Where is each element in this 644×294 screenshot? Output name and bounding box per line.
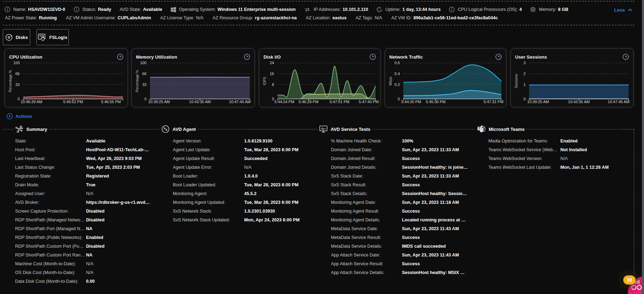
- svg-text:10:47:45 AM: 10:47:45 AM: [229, 100, 251, 104]
- svg-text:0.6: 0.6: [395, 61, 400, 65]
- svg-text:5:46:28 PM: 5:46:28 PM: [299, 100, 318, 104]
- svg-text:8: 8: [272, 82, 274, 87]
- svg-text:10:46:39 AM: 10:46:39 AM: [21, 100, 43, 104]
- svg-text:Percentage %: Percentage %: [8, 70, 12, 92]
- svg-text:0: 0: [18, 97, 20, 101]
- svg-text:Disk I/O: Disk I/O: [264, 54, 281, 60]
- svg-text:0: 0: [523, 97, 526, 101]
- svg-text:0: 0: [272, 97, 274, 101]
- svg-text:10:47:45 AM: 10:47:45 AM: [608, 100, 630, 104]
- svg-text:User Sessions: User Sessions: [515, 54, 547, 60]
- svg-text:0: 0: [144, 97, 147, 101]
- svg-text:T: T: [479, 127, 480, 130]
- svg-text:0.4: 0.4: [395, 72, 400, 76]
- svg-text:CPU Utilization: CPU Utilization: [9, 54, 43, 60]
- svg-text:2: 2: [523, 72, 526, 76]
- svg-text:10:39:25 AM: 10:39:25 AM: [148, 100, 170, 104]
- svg-text:1: 1: [523, 82, 526, 87]
- svg-text:Memory Utilization: Memory Utilization: [136, 54, 177, 60]
- svg-text:10:43:35 AM: 10:43:35 AM: [568, 100, 590, 104]
- svg-text:100: 100: [140, 61, 147, 65]
- svg-text:5:45:30 PM: 5:45:30 PM: [426, 100, 445, 104]
- svg-text:10:43:35 AM: 10:43:35 AM: [189, 100, 211, 104]
- svg-text:10:39:25 AM: 10:39:25 AM: [527, 100, 549, 104]
- svg-text:0: 0: [398, 97, 400, 101]
- svg-text:5:46:55 PM: 5:46:55 PM: [101, 100, 121, 104]
- svg-text:5:47:40 PM: 5:47:40 PM: [359, 100, 378, 104]
- svg-text:IOPS: IOPS: [263, 77, 267, 85]
- svg-text:100: 100: [13, 61, 20, 65]
- svg-text:33: 33: [142, 82, 147, 87]
- svg-text:5:47:31 PM: 5:47:31 PM: [484, 100, 503, 104]
- svg-text:0.2: 0.2: [395, 82, 400, 87]
- svg-text:Network Traffic: Network Traffic: [389, 54, 423, 60]
- svg-text:5:46:52 PM: 5:46:52 PM: [63, 100, 83, 104]
- svg-text:5:44:30 PM: 5:44:30 PM: [401, 100, 421, 104]
- svg-text:66: 66: [142, 72, 147, 76]
- svg-text:33: 33: [15, 82, 20, 87]
- svg-text:Sessions: Sessions: [514, 74, 518, 88]
- svg-text:5:44:24 PM: 5:44:24 PM: [274, 100, 294, 104]
- svg-text:5:47:01 PM: 5:47:01 PM: [330, 100, 349, 104]
- svg-text:16: 16: [270, 72, 274, 76]
- svg-text:24: 24: [270, 61, 274, 65]
- svg-text:3: 3: [523, 61, 526, 65]
- svg-text:Percentage %: Percentage %: [135, 70, 139, 92]
- svg-text:Mbps: Mbps: [389, 77, 392, 85]
- svg-text:66: 66: [15, 72, 20, 76]
